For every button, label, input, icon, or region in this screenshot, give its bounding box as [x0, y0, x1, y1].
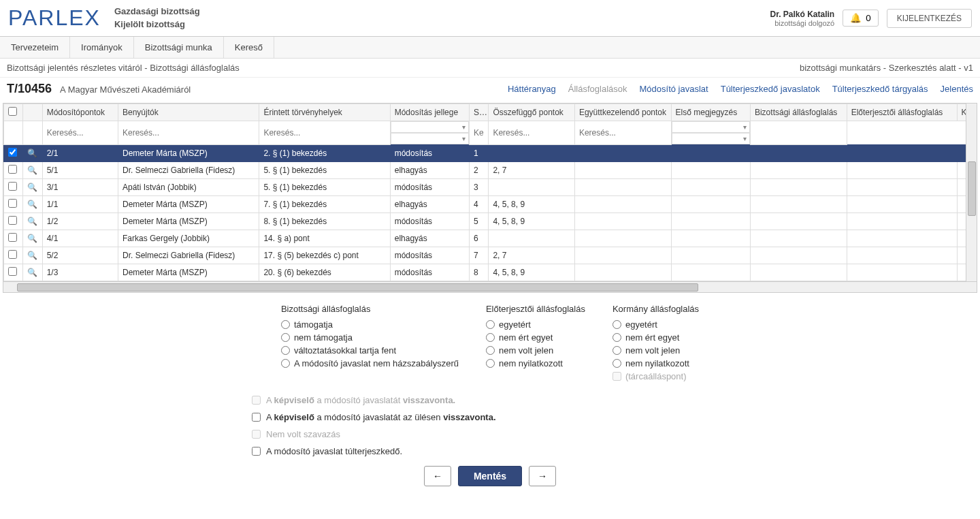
nav-iromanyok[interactable]: Irományok	[70, 37, 134, 58]
filter-eloterjesztoi-dropdown[interactable]: ▾	[672, 133, 750, 144]
cell-elso-megjegyzes	[671, 162, 750, 179]
row-checkbox[interactable]	[8, 216, 17, 225]
table-row[interactable]: 🔍2/1Demeter Márta (MSZP)2. § (1) bekezdé…	[4, 145, 977, 162]
col-header-s[interactable]: S	[470, 104, 489, 121]
checkbox-tulterjeszkedo[interactable]	[252, 447, 261, 456]
cell-jellege: módosítás	[390, 264, 469, 281]
col-header-elso-megjegyzes[interactable]: Első megjegyzés	[671, 104, 750, 121]
col-header-eloterjesztoi-allasfoglalas[interactable]: Előterjesztői állásfoglalás	[847, 104, 957, 121]
table-row[interactable]: 🔍1/1Demeter Márta (MSZP)7. § (1) bekezdé…	[4, 196, 977, 213]
radio-valtoztatasokkal[interactable]	[281, 346, 290, 355]
logout-button[interactable]: KIJELENTKEZÉS	[887, 9, 972, 28]
table-row[interactable]: 🔍3/1Apáti István (Jobbik)5. § (1) bekezd…	[4, 179, 977, 196]
vertical-scroll-thumb[interactable]	[968, 161, 976, 216]
search-icon[interactable]: 🔍	[27, 148, 37, 158]
table-row[interactable]: 🔍5/2Dr. Selmeczi Gabriella (Fidesz)17. §…	[4, 247, 977, 264]
filter-osszefuggo[interactable]	[471, 126, 487, 140]
row-checkbox[interactable]	[8, 199, 17, 208]
checkbox-ulesen-visszavonta[interactable]	[252, 413, 261, 422]
search-icon[interactable]: 🔍	[27, 234, 37, 243]
row-checkbox[interactable]	[8, 148, 17, 157]
filter-benyujtok[interactable]	[120, 126, 257, 140]
chevron-down-icon: ▾	[462, 123, 466, 131]
row-checkbox[interactable]	[8, 250, 17, 259]
radio-nem-hazszabalyszeru[interactable]	[281, 359, 290, 368]
tab-jelentes[interactable]: Jelentés	[941, 84, 973, 94]
cell-modositopontok: 1/2	[42, 213, 118, 230]
radio-elo-nem-volt-jelen[interactable]	[486, 346, 495, 355]
next-button[interactable]: →	[529, 466, 556, 486]
col-header-jellege[interactable]: Módosítás jellege	[390, 104, 469, 121]
row-checkbox[interactable]	[8, 233, 17, 242]
horizontal-scrollbar[interactable]	[3, 281, 977, 292]
select-all-checkbox[interactable]	[8, 107, 17, 116]
col-header-egyuttkezelendo[interactable]: Együttkezelendő pontok	[574, 104, 671, 121]
search-icon[interactable]: 🔍	[27, 166, 37, 175]
filter-s-dropdown[interactable]: ▾	[391, 133, 469, 144]
filter-erintett[interactable]	[261, 126, 388, 140]
cell-erintett: 5. § (1) bekezdés	[259, 162, 390, 179]
col-header-osszefuggo[interactable]: Összefüggő pontok	[489, 104, 575, 121]
tab-allasfoglalasok[interactable]: Állásfoglalások	[568, 84, 627, 94]
radio-korm-nem-volt-jelen[interactable]	[612, 346, 621, 355]
col-header-modositopontok[interactable]: Módosítópontok	[42, 104, 118, 121]
col-header-bizottsagi-allasfoglalas[interactable]: Bizottsági állásfoglalás	[750, 104, 847, 121]
radio-nem-tamogatja[interactable]	[281, 333, 290, 342]
filter-elso-megjegyzes[interactable]	[576, 126, 670, 140]
prev-button[interactable]: ←	[424, 466, 451, 486]
check-nem-volt-szavazas-row: Nem volt szavazás	[252, 429, 728, 439]
cell-benyujtok: Demeter Márta (MSZP)	[118, 145, 259, 162]
cell-jellege: módosítás	[390, 179, 469, 196]
cell-modositopontok: 5/2	[42, 247, 118, 264]
cell-osszefuggo	[489, 179, 575, 196]
document-title: A Magyar Művészeti Akadémiáról	[60, 84, 191, 95]
radio-elo-egyetert[interactable]	[486, 320, 495, 329]
filter-modositopontok[interactable]	[44, 126, 116, 140]
checkbox-nem-volt-szavazas	[252, 430, 261, 439]
bell-icon: 🔔	[850, 13, 862, 23]
row-checkbox[interactable]	[8, 182, 17, 191]
col-header-select[interactable]	[4, 104, 23, 121]
search-icon[interactable]: 🔍	[27, 183, 37, 192]
table-row[interactable]: 🔍5/1Dr. Selmeczi Gabriella (Fidesz)5. § …	[4, 162, 977, 179]
nav-tervezeteim[interactable]: Tervezeteim	[0, 37, 70, 58]
tab-hatteranyag[interactable]: Háttéranyag	[508, 84, 556, 94]
search-icon[interactable]: 🔍	[27, 251, 37, 260]
filter-egyuttkezelendo[interactable]	[490, 126, 573, 140]
radio-elo-nem-ert-egyet[interactable]	[486, 333, 495, 342]
search-icon[interactable]: 🔍	[27, 268, 37, 277]
col-header-benyujtok[interactable]: Benyújtók	[118, 104, 259, 121]
radio-korm-egyetert[interactable]	[612, 320, 621, 329]
table-row[interactable]: 🔍4/1Farkas Gergely (Jobbik)14. § a) pont…	[4, 230, 977, 247]
cell-egyuttkezelendo	[574, 230, 671, 247]
radio-elo-nem-nyilatkozott[interactable]	[486, 359, 495, 368]
col-header-erintett[interactable]: Érintett törvényhelyek	[259, 104, 390, 121]
filter-bizottsagi-dropdown[interactable]: ▾	[672, 121, 750, 133]
cell-modositopontok: 1/1	[42, 196, 118, 213]
radio-tamogatja[interactable]	[281, 320, 290, 329]
row-checkbox[interactable]	[8, 165, 17, 174]
nav-kereso[interactable]: Kereső	[224, 37, 274, 58]
radio-group-bizottsagi: Bizottsági állásfoglalás támogatja nem t…	[281, 304, 459, 384]
save-button[interactable]: Mentés	[458, 466, 522, 486]
row-checkbox[interactable]	[8, 267, 17, 276]
vertical-scrollbar[interactable]	[966, 104, 977, 281]
tab-modosito-javaslat[interactable]: Módosító javaslat	[640, 84, 708, 94]
tab-tulterjeszkedo-javaslatok[interactable]: Túlterjeszkedő javaslatok	[721, 84, 820, 94]
cell-erintett: 8. § (1) bekezdés	[259, 213, 390, 230]
checkbox-visszavonta	[252, 396, 261, 405]
nav-bizottsagi-munka[interactable]: Bizottsági munka	[134, 37, 224, 58]
filter-jellege-dropdown[interactable]: ▾	[391, 121, 469, 133]
radio-korm-nem-ert-egyet[interactable]	[612, 333, 621, 342]
cell-modositopontok: 3/1	[42, 179, 118, 196]
table-row[interactable]: 🔍1/3Demeter Márta (MSZP)20. § (6) bekezd…	[4, 264, 977, 281]
radio-korm-nem-nyilatkozott[interactable]	[612, 359, 621, 368]
table-row[interactable]: 🔍1/2Demeter Márta (MSZP)8. § (1) bekezdé…	[4, 213, 977, 230]
search-icon[interactable]: 🔍	[27, 217, 37, 226]
horizontal-scroll-thumb[interactable]	[17, 283, 698, 292]
notifications-button[interactable]: 🔔 0	[843, 10, 878, 27]
search-icon[interactable]: 🔍	[27, 200, 37, 209]
tab-tulterjeszkedo-targyalas[interactable]: Túlterjeszkedő tárgyalás	[832, 84, 928, 94]
cell-eloterjesztoi	[847, 247, 957, 264]
header: PARLEX Gazdasági bizottság Kijelölt bizo…	[0, 0, 980, 37]
